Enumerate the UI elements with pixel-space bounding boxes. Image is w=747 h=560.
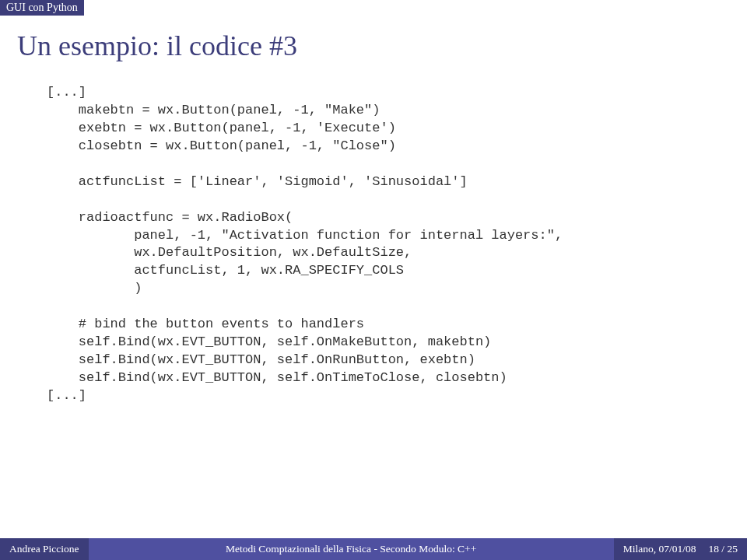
code-line: radioactfunc = wx.RadioBox( <box>47 210 293 225</box>
footer-author: Andrea Piccione <box>0 538 89 560</box>
code-line: exebtn = wx.Button(panel, -1, 'Execute') <box>47 121 396 135</box>
code-line: panel, -1, "Activation function for inte… <box>47 228 563 243</box>
code-line: # bind the button events to handlers <box>47 317 364 331</box>
code-block: [...] makebtn = wx.Button(panel, -1, "Ma… <box>47 84 716 405</box>
footer: Andrea Piccione Metodi Comptazionali del… <box>0 538 747 560</box>
code-line: actfuncList, 1, wx.RA_SPECIFY_COLS <box>47 263 404 278</box>
footer-course: Metodi Comptazionali della Fisica - Seco… <box>89 538 614 560</box>
code-line: actfuncList = ['Linear', 'Sigmoid', 'Sin… <box>47 174 468 189</box>
code-line: [...] <box>47 388 86 403</box>
slide-title: Un esempio: il codice #3 <box>17 30 747 62</box>
content-area: [...] makebtn = wx.Button(panel, -1, "Ma… <box>47 84 716 405</box>
footer-page-number: 18 / 25 <box>708 543 738 555</box>
code-line: self.Bind(wx.EVT_BUTTON, self.OnRunButto… <box>47 352 475 367</box>
footer-right: Milano, 07/01/08 18 / 25 <box>614 538 747 560</box>
slide: GUI con Python Un esempio: il codice #3 … <box>0 0 747 560</box>
footer-place-date: Milano, 07/01/08 <box>623 543 696 555</box>
code-line: ) <box>47 281 142 296</box>
code-line: wx.DefaultPosition, wx.DefaultSize, <box>47 245 412 260</box>
code-line: closebtn = wx.Button(panel, -1, "Close") <box>47 138 396 153</box>
code-line: [...] <box>47 85 86 100</box>
code-line: makebtn = wx.Button(panel, -1, "Make") <box>47 103 380 117</box>
code-line: self.Bind(wx.EVT_BUTTON, self.OnTimeToCl… <box>47 370 507 385</box>
code-line: self.Bind(wx.EVT_BUTTON, self.OnMakeButt… <box>47 334 491 349</box>
section-header: GUI con Python <box>0 0 84 16</box>
